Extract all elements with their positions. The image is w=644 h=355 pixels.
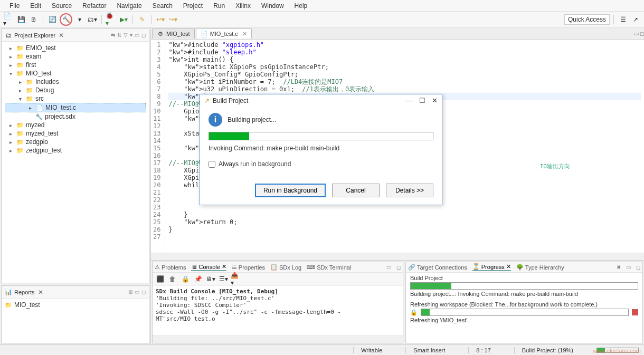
maximize-icon[interactable]: ☐ — [419, 97, 425, 104]
tree-item[interactable]: ▸📁myzed — [5, 121, 146, 129]
tree-item[interactable]: ▸📁first — [5, 61, 146, 69]
lock-icon[interactable]: 🔒 — [180, 274, 191, 284]
open-console-icon[interactable]: 📤▾ — [231, 274, 241, 284]
clear-console-icon[interactable]: 🗑 — [167, 274, 178, 284]
close-icon[interactable]: ✕ — [38, 289, 43, 296]
minimize-icon[interactable]: ▭ — [135, 289, 139, 295]
link-icon[interactable]: ⇅ — [117, 32, 121, 38]
project-tree[interactable]: ▸📁EMIO_test▸📁exam▸📁first▾📁MIO_test▸📁Incl… — [2, 42, 149, 283]
tree-item[interactable]: ▸📁EMIO_test — [5, 44, 146, 52]
tab-properties[interactable]: ☰ Properties — [232, 264, 265, 271]
tree-item[interactable]: ▸📁Includes — [5, 78, 146, 86]
minimize-icon[interactable]: — — [406, 97, 413, 104]
menu-file[interactable]: File — [4, 1, 25, 11]
collapse-icon[interactable]: ⇆ — [111, 32, 115, 38]
details-button[interactable]: Details >> — [386, 184, 433, 197]
console-select-icon[interactable]: ☰▾ — [218, 274, 229, 284]
run-icon[interactable]: ▶▾ — [118, 14, 129, 25]
tree-item[interactable]: ▸📁zedgpio — [5, 138, 146, 146]
tab-mio-test-project[interactable]: ⚙ MIO_test — [152, 28, 195, 39]
tree-item[interactable]: ▸📄MIO_test.c — [5, 103, 146, 112]
grid-icon[interactable]: ⊞ — [128, 289, 132, 295]
tree-item[interactable]: ▸📁Debug — [5, 86, 146, 94]
menu-xilinx[interactable]: Xilinx — [230, 1, 256, 11]
menu-search[interactable]: Search — [147, 1, 178, 11]
target-icon[interactable]: 🗂▾ — [87, 14, 98, 25]
maximize-icon[interactable]: ◻ — [636, 264, 640, 270]
minimize-icon[interactable]: ▭ — [626, 264, 631, 270]
perspective-debug-icon[interactable]: ↗ — [630, 14, 641, 25]
tab-sdx-terminal[interactable]: ⌨ SDx Terminal — [307, 264, 351, 271]
close-tab-icon[interactable]: ✕ — [242, 31, 247, 37]
stop-task-icon[interactable] — [632, 309, 638, 315]
minimize-icon[interactable]: ▭ — [634, 31, 639, 36]
tree-item[interactable]: ▾📁MIO_test — [5, 69, 146, 78]
menu-window[interactable]: Window — [256, 1, 289, 11]
editor-hscroll[interactable] — [151, 253, 644, 260]
minimize-icon[interactable]: ▭ — [386, 264, 391, 270]
tab-console[interactable]: 🖥 Console ✕ — [191, 263, 226, 271]
save-icon[interactable]: 💾 — [16, 14, 26, 25]
tab-target-connections[interactable]: 🔗 Target Connections — [408, 264, 467, 271]
stop-icon[interactable]: ⬛ — [155, 274, 165, 284]
twisty-icon[interactable]: ▸ — [16, 79, 24, 85]
reports-item[interactable]: 📁 MIO_test — [5, 301, 146, 309]
twisty-icon[interactable]: ▾ — [16, 96, 24, 102]
menu-source[interactable]: Source — [46, 1, 77, 11]
menu-help[interactable]: Help — [289, 1, 313, 11]
close-icon[interactable]: ✕ — [432, 97, 438, 104]
close-icon[interactable]: ✕ — [59, 32, 64, 39]
console-hscroll[interactable] — [153, 335, 403, 343]
saveall-icon[interactable]: 🗎 — [29, 14, 39, 25]
back-icon[interactable]: ↩▾ — [155, 14, 166, 25]
minimize-icon[interactable]: ▭ — [135, 32, 139, 38]
tree-item[interactable]: ▸📁exam — [5, 52, 146, 61]
filter-icon[interactable]: ▽ — [124, 32, 128, 38]
twisty-icon[interactable]: ▸ — [7, 131, 14, 137]
twisty-icon[interactable]: ▸ — [26, 105, 34, 111]
tab-type-hierarchy[interactable]: 🌳 Type Hierarchy — [516, 264, 564, 271]
twisty-icon[interactable]: ▸ — [7, 122, 14, 128]
menu-project[interactable]: Project — [178, 1, 208, 11]
always-background-checkbox[interactable] — [209, 161, 215, 168]
twisty-icon[interactable]: ▸ — [7, 148, 14, 153]
new-icon[interactable]: 📄▾ — [3, 14, 14, 25]
menu-navigate[interactable]: Navigate — [111, 1, 147, 11]
tree-item[interactable]: ▸📁myzed_test — [5, 129, 146, 138]
build-icon[interactable]: 🔨 — [60, 13, 72, 26]
tab-sdx-log[interactable]: 📋 SDx Log — [270, 264, 301, 271]
maximize-icon[interactable]: ◻ — [640, 31, 644, 36]
tree-item[interactable]: 🔧project.sdx — [5, 112, 146, 121]
debug-icon[interactable]: 🐞▾ — [106, 14, 116, 25]
run-in-background-button[interactable]: Run in Background — [255, 184, 326, 197]
twisty-icon[interactable]: ▾ — [7, 71, 14, 76]
tree-item[interactable]: ▾📁src — [5, 94, 146, 103]
twisty-icon[interactable]: ▸ — [7, 45, 14, 51]
build-dropdown-icon[interactable]: ▾ — [74, 14, 85, 25]
tab-problems[interactable]: ⚠ Problems — [155, 264, 186, 271]
perspective-sdx-icon[interactable]: ☰ — [618, 14, 628, 25]
refresh-icon[interactable]: 🔄 — [47, 14, 58, 25]
forward-icon[interactable]: ↪▾ — [168, 14, 178, 25]
twisty-icon[interactable]: ▸ — [16, 88, 24, 93]
tree-item[interactable]: ▸📁zedgpio_test — [5, 146, 146, 155]
remove-all-icon[interactable]: ✖ — [617, 264, 621, 270]
twisty-icon[interactable]: ▸ — [7, 54, 14, 60]
tab-mio-test-c[interactable]: 📄 MIO_test.c ✕ — [196, 28, 252, 39]
twisty-icon[interactable]: ▸ — [7, 139, 14, 145]
menu-run[interactable]: Run — [208, 1, 230, 11]
maximize-icon[interactable]: ◻ — [396, 264, 401, 270]
tab-progress[interactable]: ⏳ Progress ✕ — [472, 263, 511, 271]
menu-refactor[interactable]: Refactor — [77, 1, 111, 11]
wand-icon[interactable]: ✎ — [137, 14, 147, 25]
dialog-titlebar[interactable]: ↗ Build Project — ☐ ✕ — [200, 94, 442, 107]
maximize-icon[interactable]: ◻ — [141, 289, 146, 295]
quick-access[interactable]: Quick Access — [564, 14, 610, 25]
console-output[interactable]: SDx Build Console [MIO_test, Debug] 'Bui… — [153, 286, 403, 335]
cancel-button[interactable]: Cancel — [332, 184, 380, 197]
view-menu-icon[interactable]: ▾ — [130, 32, 132, 38]
twisty-icon[interactable]: ▸ — [7, 62, 14, 68]
maximize-icon[interactable]: ◻ — [141, 32, 146, 38]
display-icon[interactable]: 🖥▾ — [205, 274, 216, 284]
menu-edit[interactable]: Edit — [25, 1, 46, 11]
